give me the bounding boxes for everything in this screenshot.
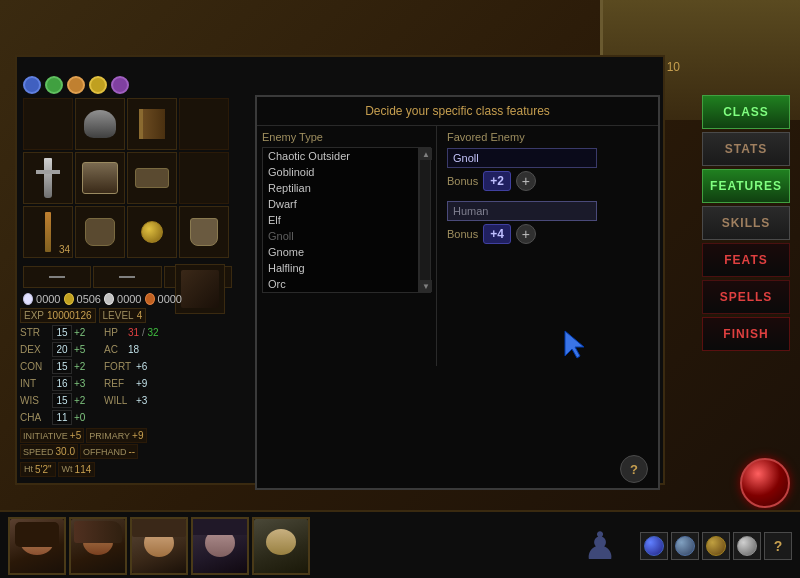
equip-slot-7[interactable] xyxy=(179,152,229,204)
equip-slot-chest[interactable] xyxy=(75,152,125,204)
help-button[interactable]: ? xyxy=(764,532,792,560)
icon-orange[interactable] xyxy=(67,76,85,94)
features-title: Decide your specific class features xyxy=(257,97,658,126)
features-content: Enemy Type Chaotic Outsider Goblinoid Re… xyxy=(257,126,658,366)
icons-row xyxy=(20,73,132,97)
weapon-slot-1[interactable] xyxy=(23,266,91,288)
enemy-scrollbar[interactable]: ▲ ▼ xyxy=(419,147,431,293)
portrait-4[interactable] xyxy=(191,517,249,575)
wis-value: 15 xyxy=(52,393,72,408)
bonus-1-label: Bonus xyxy=(447,175,478,187)
scroll-up-arrow[interactable]: ▲ xyxy=(420,148,432,160)
weapon-slot-2[interactable] xyxy=(93,266,161,288)
enemy-type-section: Enemy Type Chaotic Outsider Goblinoid Re… xyxy=(257,126,437,366)
int-mod: +3 xyxy=(74,378,98,389)
initiative-box: INITIATIVE +5 xyxy=(20,428,84,443)
coin-gold xyxy=(64,293,74,305)
offhand-value: -- xyxy=(128,446,135,457)
bottom-icon-3[interactable] xyxy=(702,532,730,560)
add-bonus-2-button[interactable]: + xyxy=(516,224,536,244)
icon-purple[interactable] xyxy=(111,76,129,94)
equip-slot-bag[interactable] xyxy=(179,206,229,258)
feats-button[interactable]: FEATS xyxy=(702,243,790,277)
add-bonus-1-button[interactable]: + xyxy=(516,171,536,191)
equipment-grid: 34 xyxy=(20,95,235,260)
initiative-label: INITIATIVE xyxy=(23,431,68,441)
equip-slot-helm[interactable] xyxy=(75,98,125,150)
currency-row: 0000 0506 0000 0000 xyxy=(20,290,185,308)
favored-enemy-label: Favored Enemy xyxy=(447,131,648,143)
enemy-item-goblinoid[interactable]: Goblinoid xyxy=(263,164,418,180)
offhand-box: OFFHAND -- xyxy=(80,444,138,459)
equip-slot-arrows[interactable]: 34 xyxy=(23,206,73,258)
cha-mod: +0 xyxy=(74,412,98,423)
attr-row-str: STR 15 +2 HP 31 / 32 xyxy=(20,325,235,340)
level-label: LEVEL xyxy=(103,310,134,321)
enemy-item-elf[interactable]: Elf xyxy=(263,212,418,228)
wis-mod: +2 xyxy=(74,395,98,406)
equip-slot-3[interactable] xyxy=(179,98,229,150)
will-value: +3 xyxy=(136,395,147,406)
exp-label: EXP xyxy=(24,310,44,321)
int-label: INT xyxy=(20,378,50,389)
portrait-5[interactable] xyxy=(252,517,310,575)
icon-blue[interactable] xyxy=(23,76,41,94)
exp-box: EXP 10000126 xyxy=(20,308,96,323)
info-button[interactable]: ? xyxy=(620,455,648,483)
icon-green[interactable] xyxy=(45,76,63,94)
attr-row-dex: DEX 20 +5 AC 18 xyxy=(20,342,235,357)
speed-value: 30.0 xyxy=(56,446,75,457)
enemy-item-dwarf[interactable]: Dwarf xyxy=(263,196,418,212)
wis-label: WIS xyxy=(20,395,50,406)
ac-value: 18 xyxy=(128,344,139,355)
portrait-2[interactable] xyxy=(69,517,127,575)
equip-slot-0[interactable] xyxy=(23,98,73,150)
bottom-icon-4[interactable] xyxy=(733,532,761,560)
coin-silver xyxy=(104,293,114,305)
enemy-list: Chaotic Outsider Goblinoid Reptilian Dwa… xyxy=(262,147,419,293)
str-value: 15 xyxy=(52,325,72,340)
enemy-item-reptilian[interactable]: Reptilian xyxy=(263,180,418,196)
ref-label: REF xyxy=(104,378,134,389)
enemy-item-gnoll[interactable]: Gnoll xyxy=(263,228,418,244)
bonus-2-label: Bonus xyxy=(447,228,478,240)
bottom-icon-2[interactable] xyxy=(671,532,699,560)
dex-mod: +5 xyxy=(74,344,98,355)
class-button[interactable]: CLASS xyxy=(702,95,790,129)
portrait-1[interactable] xyxy=(8,517,66,575)
skills-button[interactable]: SKILLS xyxy=(702,206,790,240)
hp-max: 32 xyxy=(147,327,158,338)
cha-label: CHA xyxy=(20,412,50,423)
hp-label: HP xyxy=(104,327,126,338)
equip-slot-sword[interactable] xyxy=(23,152,73,204)
scroll-down-arrow[interactable]: ▼ xyxy=(420,280,432,292)
enemy-item-orc[interactable]: Orc xyxy=(263,276,418,292)
attr-row-cha: CHA 11 +0 xyxy=(20,410,235,425)
speed-label: SPEED xyxy=(23,447,54,457)
enemy-item-halfling[interactable]: Halfling xyxy=(263,260,418,276)
icon-yellow[interactable] xyxy=(89,76,107,94)
equip-slot-bracers[interactable] xyxy=(127,152,177,204)
dex-value: 20 xyxy=(52,342,72,357)
cursor-indicator xyxy=(560,326,590,365)
char-figure-area: ♟ xyxy=(562,516,637,576)
spells-button[interactable]: SPELLS xyxy=(702,280,790,314)
rerolls-value: 10 xyxy=(667,60,680,74)
enemy-item-gnome[interactable]: Gnome xyxy=(263,244,418,260)
equip-slot-amulet[interactable] xyxy=(127,206,177,258)
features-button[interactable]: FEATURES xyxy=(702,169,790,203)
con-label: CON xyxy=(20,361,50,372)
stats-button[interactable]: STATS xyxy=(702,132,790,166)
portrait-3[interactable] xyxy=(130,517,188,575)
amount-copper: 0000 xyxy=(158,293,182,305)
finish-button[interactable]: FINISH xyxy=(702,317,790,351)
bottom-icon-1[interactable] xyxy=(640,532,668,560)
equip-slot-gloves[interactable] xyxy=(75,206,125,258)
enemy-item-chaotic[interactable]: Chaotic Outsider xyxy=(263,148,418,164)
primary-box: PRIMARY +9 xyxy=(86,428,146,443)
equip-slot-book[interactable] xyxy=(127,98,177,150)
speed-offhand-row: SPEED 30.0 OFFHAND -- xyxy=(20,444,235,459)
favored-enemy-2-input[interactable] xyxy=(447,201,597,221)
favored-enemy-1-input[interactable] xyxy=(447,148,597,168)
bonus-1-row: Bonus +2 + xyxy=(447,171,648,191)
